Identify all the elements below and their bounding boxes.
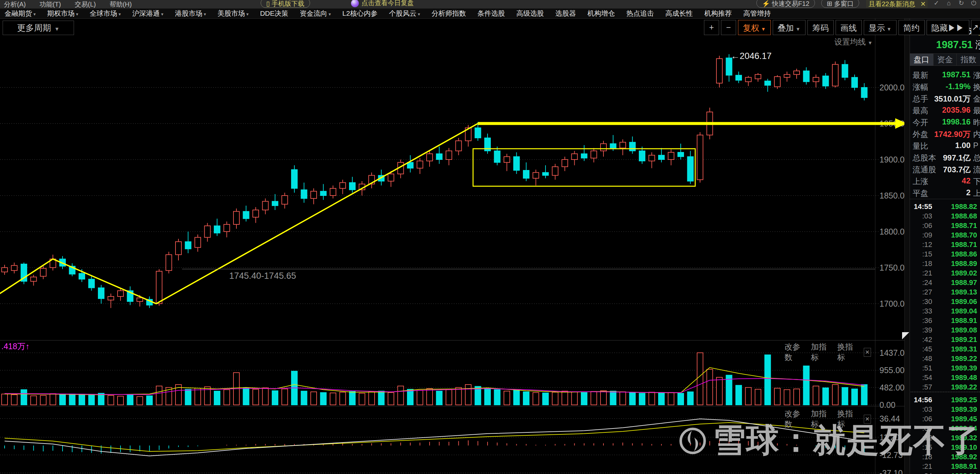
candle [610,144,616,148]
tick-cell: :15 [910,250,932,259]
tick-row: :151989.10 [910,443,980,452]
candle [426,154,433,161]
close-icon[interactable]: ✕ [864,415,871,423]
nav-item-DDE决策[interactable]: DDE决策 [260,9,288,18]
tick-row: :091988.70 [910,231,980,239]
volume-bar [842,388,848,405]
indicator-link[interactable]: 加指标 [811,409,830,429]
nav-item-沪深港通[interactable]: 沪深港通▾ [132,9,163,18]
hide-button[interactable]: 隐藏▶▶ [927,20,969,35]
nav-item-高管增持[interactable]: 高管增持 [743,9,771,18]
candle [620,142,626,148]
kline-chart[interactable]: 2000.001950.001900.001850.001800.001750.… [0,18,904,474]
nav-item-美股市场[interactable]: 美股市场▾ [217,9,248,18]
quote-row: 外盘1742.90万内 [910,129,980,139]
volume-bar [147,396,153,405]
nav-item-热点追击[interactable]: 热点追击 [626,9,654,18]
close-icon[interactable]: ✕ [920,0,926,8]
tab-资金[interactable]: 资金 [934,54,957,65]
tab-盘口[interactable]: 盘口 [910,54,934,65]
nav-item-资金流向[interactable]: 资金流向▾ [300,9,331,18]
new-messages-notice[interactable]: 且看22条新消息 ✕ [866,0,928,8]
nav-item-高级选股[interactable]: 高级选股 [516,9,544,18]
menu-item[interactable]: 帮助(H) [110,0,132,9]
indicator-link[interactable]: 换指标 [837,409,857,429]
set-ma-button[interactable]: 设置均线▼ [834,37,873,47]
menu-item[interactable]: 功能(T) [40,0,61,9]
indicator-link[interactable]: 换指标 [837,342,857,362]
nav-item-条件选股[interactable]: 条件选股 [477,9,505,18]
volume-bar [321,393,326,405]
candle [282,196,288,204]
candle [639,151,645,161]
volume-bar [79,394,85,405]
volume-bar [118,396,123,405]
nav-item-机构推荐[interactable]: 机构推荐 [704,9,732,18]
nav-item-期权市场[interactable]: 期权市场▾ [47,9,78,18]
zoom-out-button[interactable]: − [721,20,736,35]
volume-bar [823,388,829,405]
menu-item[interactable]: 分析(A) [4,0,26,9]
nav-item-L2核心内参[interactable]: L2核心内参 [342,9,377,18]
quote-cell: 最 [973,105,980,116]
nav-item-机构增仓[interactable]: 机构增仓 [587,9,615,18]
volume-bar [195,388,201,405]
indicator-link[interactable]: 改参数 [784,342,804,362]
tick-cell: 1989.45 [938,415,977,423]
simple-mode-button[interactable]: 简约 [899,20,925,35]
tick-cell: 1988.97 [938,278,977,287]
exit-icon[interactable]: ⏻ [969,0,979,7]
volume-bar [542,393,549,405]
nav-item-个股风云[interactable]: 个股风云▾ [389,9,420,18]
nav-item-全球市场[interactable]: 全球市场▾ [90,9,121,18]
zoom-in-button[interactable]: + [704,20,719,35]
display-button[interactable]: 显示▼ [864,20,897,35]
multi-window-button[interactable]: ⊞ 多窗口 [821,0,859,8]
nav-item-港股市场[interactable]: 港股市场▾ [175,9,206,18]
refresh-icon[interactable]: ↻ [956,0,966,7]
indicator-link[interactable]: 加指标 [811,342,830,362]
quote-row: 总手3510.01万金 [910,94,980,104]
nav-item-高成长性[interactable]: 高成长性 [665,9,693,18]
nav-item-选股器[interactable]: 选股器 [555,9,576,18]
indicator-link[interactable]: 改参数 [784,409,804,429]
overlay-button[interactable]: 叠加▼ [773,20,805,35]
quick-trade-button[interactable]: ⚡ 快速交易F12 [756,0,815,8]
menu-item[interactable]: 交易(L) [75,0,95,9]
chips-button[interactable]: 筹码 [807,20,834,35]
scroll-thumb[interactable] [902,332,909,339]
quote-cell: 流 [973,164,980,175]
candle [523,170,529,178]
tick-row: :091989.54 [910,424,980,433]
volume-ma5-line [5,367,864,395]
tab-指数[interactable]: 指数 [957,54,980,65]
fullscreen-button[interactable]: ↗↙ [971,20,980,35]
chevron-down-icon: ▼ [887,26,892,32]
candle [185,242,191,249]
nav-item-金融期货[interactable]: 金融期货▾ [5,9,36,18]
daily-replay-link[interactable]: 点击查看今日复盘 [351,0,414,8]
quote-cell: 最新 [913,70,928,81]
draw-line-button[interactable]: 画线 [835,20,862,35]
quote-cell: P [973,141,978,150]
tick-cell: 1989.31 [938,345,977,353]
adjust-price-button[interactable]: 复权▼ [738,20,771,35]
tick-cell: 1988.70 [938,231,977,239]
nav-item-分析师指数[interactable]: 分析师指数 [431,9,466,18]
candle [832,64,838,86]
more-periods-button[interactable]: 更多周期▼ [3,21,74,35]
tick-cell: :54 [910,373,932,382]
quote-cell: 3510.01万 [926,94,970,104]
tick-cell: 1989.02 [938,269,977,278]
quote-cell: 昨 [973,117,980,128]
skin-icon[interactable]: ⌂ [944,0,954,7]
mobile-download-button[interactable]: ▯ 手机版下载 [261,0,310,8]
tick-cell: :09 [910,231,932,239]
axis-label: 1900.00 [880,155,904,164]
candle [697,135,703,179]
candle [591,151,597,158]
volume-bar [31,396,37,405]
close-icon[interactable]: ✕ [864,348,871,357]
panel-scroll-strip[interactable]: ◀ [904,18,910,474]
check-icon[interactable]: ✓ [932,0,941,7]
